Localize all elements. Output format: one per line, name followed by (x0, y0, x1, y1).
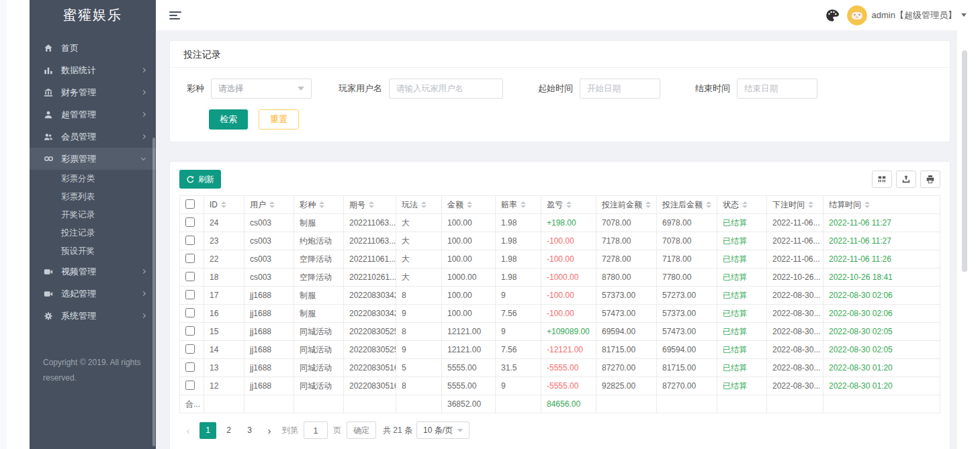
cell-user: cs003 (244, 268, 294, 287)
row-checkbox[interactable] (185, 290, 195, 299)
sidebar-subitem[interactable]: 投注记录 (30, 224, 156, 242)
column-header[interactable]: 赔率 (496, 196, 541, 214)
lottery-select[interactable]: 请选择 (211, 79, 312, 99)
cell-amount: 100.00 (442, 214, 496, 232)
row-checkbox[interactable] (185, 308, 195, 317)
row-checkbox[interactable] (185, 236, 195, 245)
column-header[interactable]: 结算时间 (823, 196, 940, 214)
username-label: admin【超级管理员】 (872, 9, 956, 21)
sidebar-item[interactable]: 视频管理 (30, 260, 156, 283)
sidebar-scrollbar-thumb[interactable] (152, 138, 155, 446)
row-checkbox[interactable] (185, 362, 195, 372)
row-checkbox[interactable] (185, 326, 195, 336)
reset-button[interactable]: 重置 (259, 109, 299, 130)
cell-odds: 9 (496, 287, 541, 305)
sort-icon (566, 201, 572, 208)
prev-page-button[interactable]: ‹ (181, 425, 195, 436)
export-button[interactable] (896, 170, 916, 188)
cell-play: 8 (396, 323, 442, 341)
cell-amount: 100.00 (442, 305, 496, 323)
select-all-checkbox[interactable] (185, 199, 195, 209)
column-header[interactable]: 投注前金额 (596, 196, 657, 214)
row-checkbox[interactable] (185, 217, 195, 227)
next-page-button[interactable]: › (262, 425, 277, 436)
cell-user: jj1688 (244, 341, 294, 359)
sidebar-item[interactable]: 选妃管理 (30, 283, 156, 305)
row-checkbox[interactable] (185, 272, 195, 281)
sidebar-item[interactable]: 数据统计 (30, 59, 156, 81)
column-header[interactable]: 下注时间 (767, 196, 823, 214)
sidebar-item[interactable]: 财务管理 (30, 81, 156, 103)
user-menu[interactable]: admin【超级管理员】 (847, 5, 967, 26)
cell-before: 57373.00 (596, 287, 657, 305)
columns-icon (877, 174, 887, 184)
sidebar-item[interactable]: 系统管理 (30, 305, 156, 327)
toggle-columns-button[interactable] (872, 170, 892, 188)
print-button[interactable] (920, 170, 940, 188)
cell-id: 12 (204, 377, 244, 395)
sidebar-subitem[interactable]: 开奖记录 (30, 206, 156, 224)
table-tool-icons (872, 170, 940, 188)
cell-profit: -5555.00 (541, 359, 596, 377)
column-header[interactable]: 状态 (717, 196, 767, 214)
column-header[interactable]: ID (204, 196, 244, 214)
cell-odds: 9 (496, 323, 541, 341)
cell-lottery: 同城活动 (294, 341, 344, 359)
row-checkbox[interactable] (185, 254, 195, 263)
jump-page-input[interactable] (304, 421, 328, 439)
search-button[interactable]: 检索 (209, 109, 248, 130)
sidebar-item[interactable]: 超管管理 (30, 103, 156, 126)
cell-before: 57473.00 (596, 305, 657, 323)
chevron-right-icon (141, 134, 146, 139)
page-number-button[interactable]: 2 (220, 422, 237, 439)
page-number-button[interactable]: 3 (241, 422, 258, 439)
column-header[interactable]: 彩种 (294, 196, 344, 214)
cell-amount: 100.00 (442, 287, 496, 305)
cell-profit: -12121.00 (541, 341, 596, 359)
scrollbar-thumb[interactable] (962, 50, 967, 272)
column-label: 投注前金额 (602, 199, 642, 211)
sidebar-subitem[interactable]: 彩票分类 (30, 170, 156, 188)
sort-icon (269, 201, 275, 208)
start-date-input[interactable] (580, 79, 660, 99)
cell-before: 92825.00 (596, 377, 657, 395)
jump-unit-label: 页 (333, 425, 341, 436)
left-gutter (7, 0, 30, 449)
column-header[interactable]: 玩法 (396, 196, 442, 214)
column-header[interactable]: 盈亏 (541, 196, 596, 214)
cell-settle_time: 2022-11-06 11:27 (823, 214, 940, 232)
cell-before: 7178.00 (596, 232, 657, 250)
column-label: 用户 (250, 199, 266, 211)
sidebar-subitem[interactable]: 彩票列表 (30, 188, 156, 206)
column-header[interactable]: 投注后金额 (657, 196, 717, 214)
cell-play: 9 (396, 305, 442, 323)
cell-id: 17 (204, 287, 244, 305)
sort-icon (421, 201, 427, 208)
page-size-select[interactable]: 10 条/页 (416, 421, 470, 439)
bet-records-table: ID用户彩种期号玩法金额赔率盈亏投注前金额投注后金额状态下注时间结算时间 24c… (179, 195, 940, 413)
column-header[interactable]: 金额 (442, 196, 496, 214)
refresh-button[interactable]: 刷新 (179, 170, 221, 189)
cell-after: 69594.00 (657, 341, 717, 359)
sidebar-item[interactable]: 会员管理 (30, 126, 156, 148)
column-header[interactable]: 用户 (244, 196, 294, 214)
cell-before: 87270.00 (596, 359, 657, 377)
theme-palette-icon[interactable] (826, 9, 839, 22)
end-date-input[interactable] (737, 79, 817, 99)
row-checkbox[interactable] (185, 381, 195, 390)
cell-play: 大 (396, 232, 442, 250)
cell-play: 8 (396, 377, 442, 395)
column-header[interactable]: 期号 (344, 196, 396, 214)
username-filter-group: 玩家用户名 (339, 79, 503, 99)
page-number-button[interactable]: 1 (199, 422, 216, 439)
sidebar-toggle-button[interactable] (169, 11, 181, 19)
sidebar-subitem[interactable]: 预设开奖 (30, 242, 156, 260)
table-toolbar: 刷新 (179, 170, 940, 189)
sidebar-item[interactable]: 首页 (30, 37, 156, 59)
username-input[interactable] (389, 79, 503, 99)
column-label: 盈亏 (547, 199, 563, 211)
row-checkbox[interactable] (185, 344, 195, 354)
sidebar-item[interactable]: 彩票管理 (30, 148, 156, 170)
jump-confirm-button[interactable]: 确定 (347, 421, 376, 439)
bank-icon (43, 87, 54, 98)
